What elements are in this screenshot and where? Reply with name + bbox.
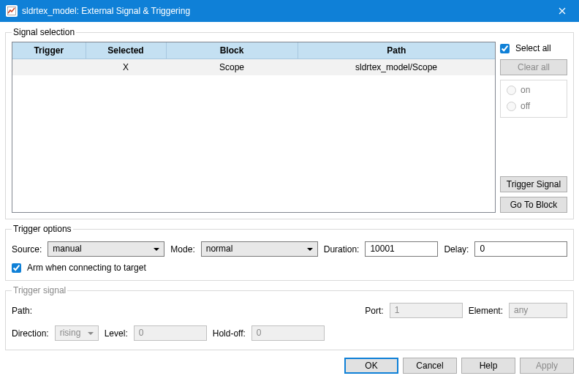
path-label: Path:: [12, 306, 32, 316]
titlebar: sldrtex_model: External Signal & Trigger…: [0, 0, 579, 22]
holdoff-input: 0: [251, 325, 325, 341]
source-dropdown[interactable]: manual: [48, 241, 164, 257]
level-input: 0: [134, 325, 207, 341]
direction-dropdown-value: rising: [60, 328, 81, 338]
table-header-row: Trigger Selected Block Path: [12, 42, 495, 59]
trigger-signal-group: Trigger signal Path: Port: 1 Element: an…: [5, 285, 574, 350]
arm-checkbox[interactable]: [12, 263, 21, 273]
help-button[interactable]: Help: [461, 358, 515, 374]
ok-button[interactable]: OK: [344, 358, 398, 374]
level-label: Level:: [105, 328, 128, 339]
go-to-block-button[interactable]: Go To Block: [500, 197, 567, 213]
holdoff-label: Hold-off:: [213, 328, 246, 339]
direction-label: Direction:: [12, 328, 49, 339]
col-path[interactable]: Path: [298, 42, 495, 59]
col-block[interactable]: Block: [166, 42, 298, 59]
off-label: off: [521, 101, 530, 111]
mode-dropdown[interactable]: normal: [201, 241, 318, 257]
signal-table[interactable]: Trigger Selected Block Path X Scope sldr…: [12, 42, 496, 213]
col-selected[interactable]: Selected: [86, 42, 166, 59]
dialog-buttons: OK Cancel Help Apply: [5, 355, 574, 374]
cell-selected: X: [86, 59, 166, 76]
app-icon: [6, 5, 18, 17]
close-icon: [559, 7, 566, 15]
trigger-signal-button[interactable]: Trigger Signal: [500, 176, 567, 192]
signal-selection-legend: Signal selection: [12, 27, 76, 37]
duration-input[interactable]: 10001: [365, 241, 438, 257]
cell-block: Scope: [166, 59, 298, 76]
on-radio[interactable]: [507, 86, 516, 95]
close-button[interactable]: [545, 0, 579, 22]
source-label: Source:: [12, 244, 42, 255]
side-column: Select all Clear all on off Trigger Sign…: [500, 42, 567, 213]
window-title: sldrtex_model: External Signal & Trigger…: [22, 6, 545, 16]
cell-trigger: [12, 59, 86, 76]
mode-label: Mode:: [170, 244, 194, 255]
delay-label: Delay:: [444, 244, 469, 255]
arm-label: Arm when connecting to target: [27, 263, 146, 273]
off-radio[interactable]: [507, 102, 516, 111]
select-all-label: Select all: [515, 43, 551, 53]
mode-dropdown-value: normal: [206, 244, 233, 254]
cell-path: sldrtex_model/Scope: [298, 59, 495, 76]
select-all-checkbox[interactable]: [500, 44, 510, 53]
port-label: Port:: [365, 306, 383, 316]
table-row[interactable]: X Scope sldrtex_model/Scope: [12, 59, 495, 76]
on-off-group: on off: [500, 80, 567, 118]
duration-label: Duration:: [324, 244, 360, 255]
col-trigger[interactable]: Trigger: [12, 42, 86, 59]
direction-dropdown: rising: [55, 325, 99, 341]
trigger-options-legend: Trigger options: [12, 224, 73, 234]
signal-selection-group: Signal selection Trigger Selected Block …: [5, 27, 574, 219]
source-dropdown-value: manual: [53, 244, 81, 254]
trigger-options-group: Trigger options Source: manual Mode: nor…: [5, 224, 574, 281]
element-input: any: [509, 303, 567, 318]
port-input: 1: [390, 303, 463, 318]
delay-input[interactable]: 0: [474, 241, 567, 257]
element-label: Element:: [469, 306, 503, 316]
apply-button[interactable]: Apply: [520, 358, 574, 374]
cancel-button[interactable]: Cancel: [403, 358, 457, 374]
on-label: on: [521, 85, 530, 95]
clear-all-button[interactable]: Clear all: [500, 59, 567, 75]
trigger-signal-legend: Trigger signal: [12, 285, 67, 295]
